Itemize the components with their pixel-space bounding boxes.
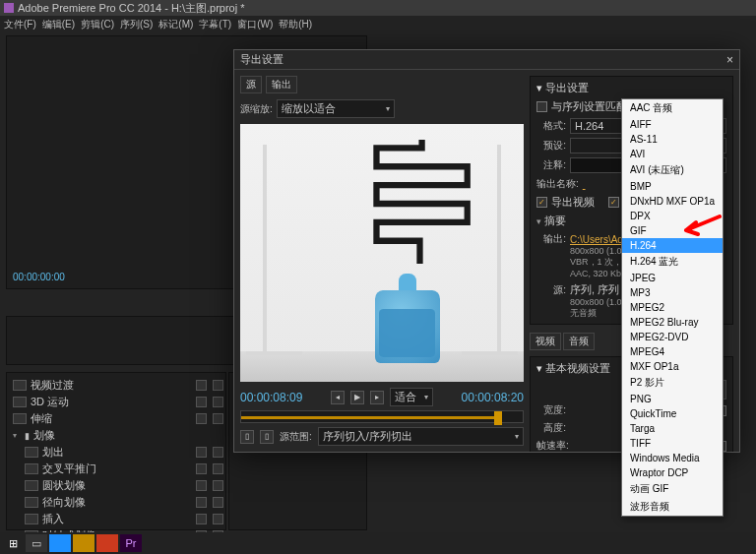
range-label: 源范围: xyxy=(280,430,312,444)
taskbar[interactable]: ⊞ ▭ Pr xyxy=(0,532,756,554)
start-button[interactable]: ⊞ xyxy=(2,534,24,552)
menu-help[interactable]: 帮助(H) xyxy=(279,18,312,31)
format-option[interactable]: Windows Media xyxy=(622,451,723,465)
comment-label: 注释: xyxy=(536,158,566,172)
format-option[interactable]: AVI xyxy=(622,147,723,161)
menu-seq[interactable]: 序列(S) xyxy=(120,18,153,31)
format-option[interactable]: MP3 xyxy=(622,285,723,300)
export-dialog-title: 导出设置 xyxy=(240,52,284,67)
step-fwd-button[interactable]: ▸ xyxy=(370,391,384,404)
height-label: 高度: xyxy=(536,421,566,435)
format-option[interactable]: BMP xyxy=(622,179,723,194)
effect-row[interactable]: 交叉平推门 xyxy=(7,461,225,477)
close-icon[interactable]: × xyxy=(726,53,733,67)
window-title: Adobe Premiere Pro CC 2014 - H:\主图.prpro… xyxy=(18,1,244,16)
format-option[interactable]: PNG xyxy=(622,392,723,406)
summary-out-label: 输出: xyxy=(536,232,566,246)
width-label: 宽度: xyxy=(536,403,566,417)
fps-label: 帧速率: xyxy=(536,439,569,452)
scale-label: 源缩放: xyxy=(240,102,273,116)
format-option[interactable]: 动画 GIF xyxy=(622,480,723,498)
export-video-label: 导出视频 xyxy=(551,195,595,210)
premiere-icon xyxy=(4,3,14,13)
taskbar-premiere[interactable]: Pr xyxy=(120,534,142,552)
effect-row[interactable]: 伸缩 xyxy=(7,410,225,427)
menu-window[interactable]: 窗口(W) xyxy=(237,18,273,31)
format-option[interactable]: MPEG4 xyxy=(622,344,723,359)
menu-bar[interactable]: 文件(F) 编辑(E) 剪辑(C) 序列(S) 标记(M) 字幕(T) 窗口(W… xyxy=(0,16,756,33)
menu-title[interactable]: 字幕(T) xyxy=(199,18,231,31)
tc-in: 00:00:08:09 xyxy=(240,391,302,404)
format-dropdown-list[interactable]: AAC 音频AIFFAS-11AVIAVI (未压缩)BMPDNxHD MXF … xyxy=(621,98,724,517)
export-video-checkbox[interactable]: ✓ xyxy=(536,197,547,208)
match-seq-checkbox[interactable] xyxy=(536,101,547,112)
format-option[interactable]: MPEG2 xyxy=(622,300,723,315)
play-button[interactable]: ▶ xyxy=(350,391,364,404)
fit-dropdown[interactable]: 适合 xyxy=(390,388,433,406)
format-option[interactable]: AIFF xyxy=(622,117,723,132)
scrubber[interactable] xyxy=(240,410,524,423)
export-audio-checkbox[interactable]: ✓ xyxy=(608,197,619,208)
water-bottle-graphic xyxy=(370,274,444,366)
tab-source[interactable]: 源 xyxy=(240,76,262,93)
title-bar: Adobe Premiere Pro CC 2014 - H:\主图.prpro… xyxy=(0,0,756,16)
taskbar-app-2[interactable] xyxy=(73,534,94,552)
format-option[interactable]: QuickTime xyxy=(622,406,723,421)
timeline-tc: 00:00:00:00 xyxy=(13,272,65,282)
range-dropdown[interactable]: 序列切入/序列切出 xyxy=(318,427,524,446)
export-preview-pane: 源 输出 源缩放: 缩放以适合 xyxy=(234,70,530,452)
annotation-arrow xyxy=(682,215,722,240)
mark-out-button[interactable]: ▯ xyxy=(260,430,274,444)
format-option[interactable]: AAC 音频 xyxy=(622,99,723,117)
format-option[interactable]: MXF OP1a xyxy=(622,359,723,374)
menu-marker[interactable]: 标记(M) xyxy=(158,18,193,31)
heater-graphic xyxy=(365,140,478,264)
export-settings-title: ▾ 导出设置 xyxy=(536,81,726,95)
format-option[interactable]: H.264 蓝光 xyxy=(622,253,723,271)
effect-row[interactable]: 划出 xyxy=(7,444,225,461)
format-option[interactable]: Wraptor DCP xyxy=(622,465,723,480)
format-option[interactable]: H.264 xyxy=(622,238,723,253)
task-view-button[interactable]: ▭ xyxy=(26,534,47,552)
preset-label: 预设: xyxy=(536,139,566,153)
export-dialog-title-bar: 导出设置 × xyxy=(234,50,739,70)
menu-clip[interactable]: 剪辑(C) xyxy=(81,18,114,31)
format-option[interactable]: AVI (未压缩) xyxy=(622,161,723,179)
taskbar-app-1[interactable] xyxy=(49,534,71,552)
format-option[interactable]: 波形音频 xyxy=(622,498,723,516)
preview-canvas xyxy=(240,124,524,382)
step-back-button[interactable]: ◂ xyxy=(331,391,345,404)
effect-row[interactable]: 插入 xyxy=(7,511,225,527)
format-option[interactable]: DNxHD MXF OP1a xyxy=(622,194,723,209)
mark-in-button[interactable]: ▯ xyxy=(240,430,254,444)
effect-row[interactable]: 径向划像 xyxy=(7,494,225,511)
scale-dropdown[interactable]: 缩放以适合 xyxy=(277,99,395,118)
format-option[interactable]: P2 影片 xyxy=(622,374,723,392)
format-option[interactable]: TIFF xyxy=(622,436,723,451)
format-option[interactable]: Targa xyxy=(622,421,723,436)
format-option[interactable]: MPEG2-DVD xyxy=(622,330,723,344)
effect-row[interactable]: 圆状划像 xyxy=(7,477,225,494)
match-seq-label: 与序列设置匹配 xyxy=(551,99,627,114)
effect-row[interactable]: 3D 运动 xyxy=(7,394,225,410)
menu-edit[interactable]: 编辑(E) xyxy=(42,18,75,31)
outname-label: 输出名称: xyxy=(536,177,579,191)
tc-out: 00:00:08:20 xyxy=(462,391,524,404)
folder-row[interactable]: ▾▮划像 xyxy=(7,427,225,444)
transport-bar: 00:00:08:09 ◂ ▶ ▸ 适合 00:00:08:20 xyxy=(240,388,524,406)
effects-panel: 视频过渡3D 运动伸缩▾▮划像划出交叉平推门圆状划像径向划像插入时钟式划像棋盘棋… xyxy=(6,372,226,530)
tab-video[interactable]: 视频 xyxy=(530,333,561,350)
format-option[interactable]: JPEG xyxy=(622,271,723,285)
tab-output[interactable]: 输出 xyxy=(266,76,297,93)
menu-file[interactable]: 文件(F) xyxy=(4,18,36,31)
effect-row[interactable]: 视频过渡 xyxy=(7,377,225,394)
taskbar-app-3[interactable] xyxy=(96,534,118,552)
format-option[interactable]: MPEG2 Blu-ray xyxy=(622,315,723,330)
tab-audio[interactable]: 音频 xyxy=(563,333,595,350)
format-label: 格式: xyxy=(536,119,566,133)
summary-src-label: 源: xyxy=(536,283,566,297)
format-option[interactable]: AS-11 xyxy=(622,132,723,147)
